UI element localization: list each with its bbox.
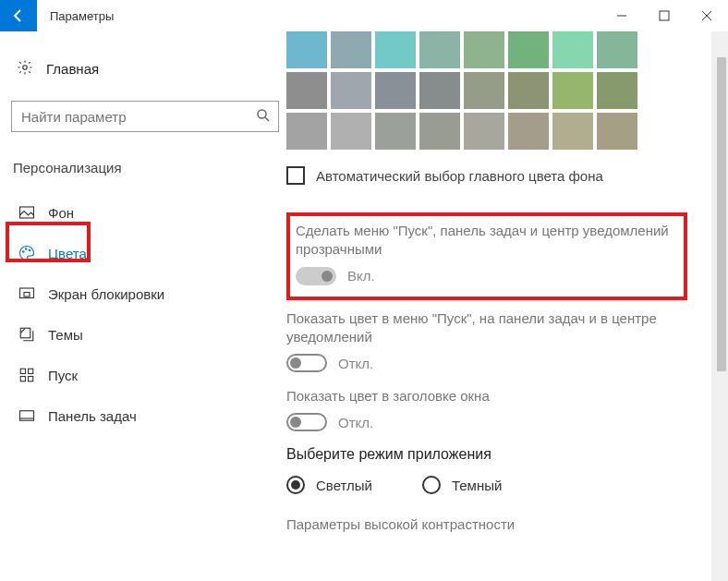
themes-icon [18,326,35,343]
color-swatch[interactable] [597,72,637,109]
svg-rect-12 [24,293,30,297]
show-color-start-label: Показать цвет в меню "Пуск", на панели з… [286,309,687,347]
radio-icon [422,476,441,494]
show-color-title-state: Откл. [338,415,373,430]
show-color-start-state: Откл. [338,356,373,371]
radio-dark[interactable]: Темный [422,476,502,494]
close-button[interactable] [686,0,728,31]
sidebar: Главная Персонализация Фон Цвета Экран б… [0,31,286,581]
color-swatch[interactable] [331,31,371,68]
color-swatch[interactable] [331,113,371,150]
svg-rect-1 [660,11,669,20]
color-swatch[interactable] [286,72,327,109]
sidebar-item-lockscreen[interactable]: Экран блокировки [11,273,275,314]
main-panel: Автоматический выбор главного цвета фона… [286,31,728,581]
svg-point-5 [258,110,266,118]
app-mode-radios: Светлый Темный [286,476,687,494]
search-field[interactable] [11,101,279,132]
color-swatch[interactable] [375,113,416,150]
color-swatch[interactable] [419,113,460,150]
show-color-start-toggle[interactable] [286,354,327,372]
sidebar-item-background[interactable]: Фон [11,192,275,233]
start-icon [18,367,35,383]
search-input[interactable] [11,101,279,132]
svg-rect-17 [29,377,33,381]
minimize-button[interactable] [601,0,643,31]
color-swatch[interactable] [464,72,504,109]
svg-rect-18 [20,411,34,421]
sidebar-item-label: Экран блокировки [48,286,164,302]
sidebar-home-label: Главная [46,61,99,77]
maximize-button[interactable] [643,0,686,31]
sidebar-item-colors[interactable]: Цвета [11,233,275,273]
svg-line-6 [265,117,269,121]
svg-rect-13 [20,328,30,338]
lockscreen-icon [18,285,35,302]
color-swatch[interactable] [286,31,327,68]
sidebar-item-label: Панель задач [48,408,137,424]
picture-icon [18,204,35,221]
color-swatch[interactable] [597,113,637,150]
auto-color-checkbox-row[interactable]: Автоматический выбор главного цвета фона [286,166,687,185]
show-color-title-toggle[interactable] [286,413,327,431]
svg-rect-14 [20,369,25,373]
svg-point-8 [23,251,25,253]
highlight-annotation: Сделать меню "Пуск", панель задач и цент… [286,212,687,300]
checkbox-icon[interactable] [286,166,305,185]
sidebar-item-home[interactable]: Главная [11,50,275,88]
sidebar-item-label: Темы [48,327,83,343]
app-mode-title: Выберите режим приложения [286,446,687,463]
sidebar-item-start[interactable]: Пуск [11,355,275,395]
color-swatch-grid [286,31,687,150]
title-bar: Параметры [0,0,728,31]
auto-color-label: Автоматический выбор главного цвета фона [316,168,603,184]
color-swatch[interactable] [552,72,593,109]
color-swatch[interactable] [286,113,327,150]
sidebar-section-title: Персонализация [11,154,275,181]
search-icon [255,107,272,127]
window-title: Параметры [37,0,601,31]
color-swatch[interactable] [552,31,593,68]
show-color-title-label: Показать цвет в заголовке окна [286,387,687,405]
svg-rect-16 [20,377,25,381]
transparency-toggle[interactable] [296,267,336,285]
color-swatch[interactable] [375,31,416,68]
gear-icon [17,59,33,79]
sidebar-item-label: Цвета [48,246,87,261]
radio-dark-label: Темный [452,478,502,493]
svg-point-4 [23,66,28,70]
sidebar-item-label: Фон [48,205,74,221]
color-swatch[interactable] [508,31,549,68]
transparency-state: Вкл. [347,268,375,284]
sidebar-item-themes[interactable]: Темы [11,314,275,355]
color-swatch[interactable] [331,72,371,109]
sidebar-item-label: Пуск [48,368,78,383]
scrollbar[interactable] [711,31,728,581]
high-contrast-link[interactable]: Параметры высокой контрастности [286,516,687,532]
svg-point-9 [26,248,28,250]
color-swatch[interactable] [419,31,460,68]
color-swatch[interactable] [419,72,460,109]
color-swatch[interactable] [464,31,504,68]
color-swatch[interactable] [597,31,637,68]
taskbar-icon [18,407,35,424]
back-button[interactable] [0,0,37,31]
color-swatch[interactable] [508,113,549,150]
transparency-label: Сделать меню "Пуск", панель задач и цент… [296,222,676,260]
color-swatch[interactable] [508,72,549,109]
svg-point-10 [29,249,30,251]
sidebar-item-taskbar[interactable]: Панель задач [11,395,275,436]
color-swatch[interactable] [464,113,504,150]
svg-rect-15 [29,369,33,373]
scrollbar-thumb[interactable] [717,57,726,371]
radio-light-label: Светлый [316,478,372,493]
radio-icon [286,476,305,494]
color-swatch[interactable] [552,113,593,150]
color-swatch[interactable] [375,72,416,109]
radio-light[interactable]: Светлый [286,476,372,494]
palette-icon [18,245,35,261]
